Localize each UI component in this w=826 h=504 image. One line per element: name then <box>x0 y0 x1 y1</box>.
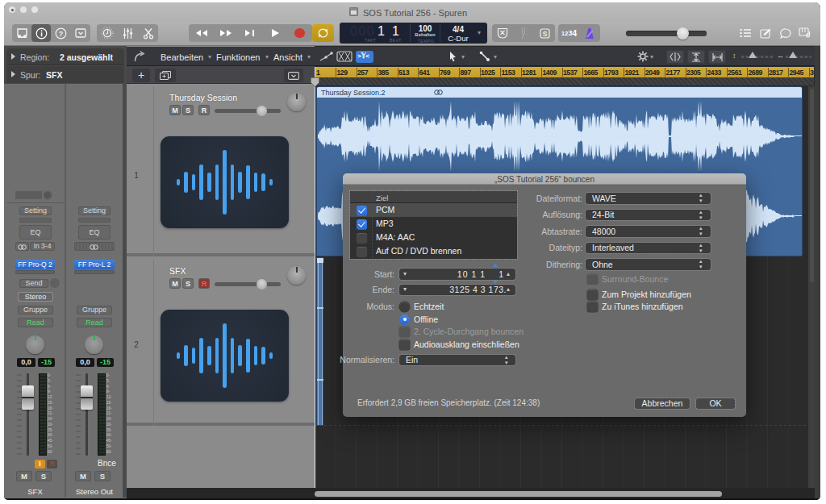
svg-text:S: S <box>542 29 547 37</box>
svg-text:?: ? <box>58 29 63 37</box>
